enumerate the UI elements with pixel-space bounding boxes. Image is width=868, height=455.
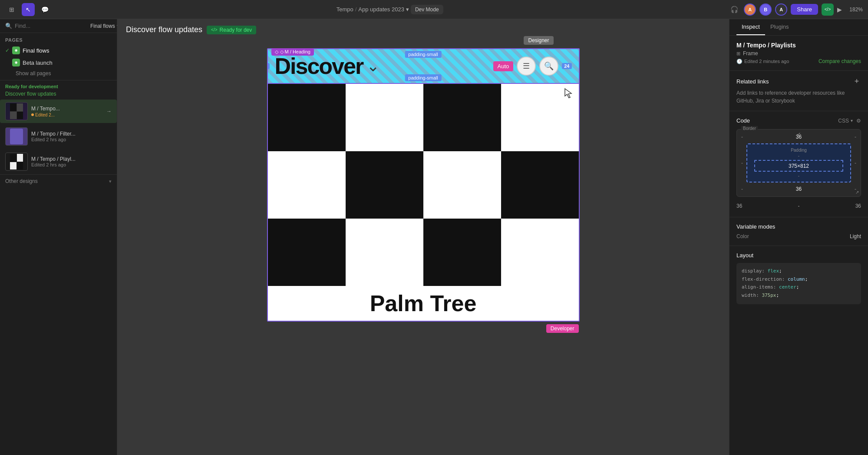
- frame-meta-1: Edited 2...: [31, 113, 103, 117]
- page-label-beta-launch: Beta launch: [23, 60, 112, 66]
- css-selector[interactable]: CSS ▾: [838, 118, 853, 124]
- code-icon-button[interactable]: </>: [822, 3, 834, 16]
- sidebar: 🔍 Final flows ▾ Pages ✓ ◉ Final flows ✓ …: [0, 19, 117, 455]
- discover-section-label: Discover flow updates: [5, 90, 112, 98]
- cb-cell-4: [501, 84, 579, 151]
- page-item-beta-launch[interactable]: ✓ ◉ Beta launch: [0, 56, 117, 69]
- ready-for-dev-badge: </> Ready for dev: [207, 26, 256, 34]
- share-button[interactable]: Share: [791, 4, 818, 15]
- code-prop-4: width: [742, 292, 756, 298]
- border-bottom-val-left: 36: [736, 203, 742, 209]
- border-bottom-row: 36 - 36: [736, 201, 861, 211]
- flow-selector-label: Final flows: [90, 23, 115, 29]
- padding-val-right: -: [855, 160, 856, 166]
- heading-diamond-icon: ◇: [275, 49, 278, 55]
- avatar-user2[interactable]: B: [759, 3, 772, 16]
- other-designs-section[interactable]: Other designs ▾: [0, 174, 117, 188]
- checkerboard: [268, 84, 579, 286]
- other-designs-label: Other designs: [5, 178, 38, 184]
- designer-label: Designer: [524, 36, 553, 45]
- cb-cell-6: [346, 151, 423, 219]
- add-related-link-button[interactable]: +: [852, 77, 861, 86]
- edited-badge-1: Edited 2...: [31, 113, 55, 117]
- code-header-right: CSS ▾ ⚙: [838, 118, 861, 124]
- code-prop-2: flex-direction: [742, 276, 782, 282]
- layout-code-block: display: flex; flex-direction: column; a…: [736, 263, 861, 304]
- border-val-dash-3: -: [741, 186, 743, 192]
- border-val-dash-1: -: [741, 134, 743, 140]
- menu-control[interactable]: ☰: [517, 56, 536, 76]
- search-control[interactable]: 🔍: [539, 56, 558, 76]
- other-designs-chevron: ▾: [109, 179, 112, 184]
- main-layout: 🔍 Final flows ▾ Pages ✓ ◉ Final flows ✓ …: [0, 19, 868, 455]
- zoom-level: 182%: [845, 7, 863, 13]
- pages-section: Pages: [0, 33, 117, 44]
- frame-item-1[interactable]: M / Tempo... Edited 2... →: [0, 100, 117, 123]
- avatar-user1[interactable]: A: [744, 3, 756, 16]
- code-title: Code: [736, 117, 750, 124]
- padding-inner-label: Padding: [754, 148, 843, 153]
- frame-edited-2: Edited 2 hrs ago: [31, 137, 112, 142]
- ready-badge-label: Ready for dev: [220, 27, 252, 33]
- grid-tool-btn[interactable]: ⊞: [5, 3, 18, 16]
- workspace-name: Tempo: [337, 6, 353, 13]
- canvas-header: Discover flow updates </> Ready for dev: [117, 19, 729, 39]
- tab-plugins[interactable]: Plugins: [765, 19, 794, 35]
- code-prop-3: align-items: [742, 284, 773, 290]
- avatar-user3[interactable]: A: [775, 3, 787, 16]
- page-item-final-flows[interactable]: ✓ ◉ Final flows: [0, 44, 117, 56]
- cb-cell-9: [268, 219, 346, 286]
- related-links-section: Related links + Add links to reference d…: [729, 71, 868, 111]
- layout-title: Layout: [736, 252, 861, 259]
- var-color-key: Color: [736, 233, 749, 239]
- frame-label: Frame: [743, 50, 758, 56]
- show-all-pages[interactable]: Show all pages: [0, 69, 117, 78]
- panel-edit-row: 🕐 Edited 2 minutes ago Compare changes: [736, 58, 861, 64]
- compare-changes-link[interactable]: Compare changes: [818, 58, 861, 64]
- frame-thumb-2: [5, 127, 28, 146]
- panel-breadcrumb: M / Tempo / Playlists: [736, 42, 861, 49]
- comment-tool-btn[interactable]: 💬: [38, 3, 51, 16]
- main-frame[interactable]: padding-small 24 ▶ Discover ⌄ Auto ☰: [267, 48, 580, 322]
- padding-inner-box: Padding - 375×812 -: [746, 143, 851, 183]
- frame-item-2[interactable]: M / Tempo / Filter... Edited 2 hrs ago: [0, 125, 117, 148]
- cursor-tool-btn[interactable]: ↖: [22, 3, 35, 16]
- sidebar-search-bar: 🔍 Final flows ▾: [0, 19, 117, 33]
- border-val-dash-2: -: [855, 134, 856, 140]
- tab-inspect[interactable]: Inspect: [736, 19, 765, 35]
- frame-arrow-1: →: [106, 108, 112, 114]
- code-prop-1: display: [742, 268, 762, 274]
- topbar: ⊞ ↖ 💬 Tempo / App updates 2023 ▾ Dev Mod…: [0, 0, 868, 19]
- ready-code-sym: </>: [211, 27, 217, 32]
- padding-bottom-label: padding-small: [405, 74, 441, 81]
- play-button[interactable]: ▶: [837, 6, 842, 13]
- related-links-header: Related links +: [736, 77, 861, 86]
- page-check-icon: ✓: [5, 47, 10, 53]
- variable-color-row: Color Light: [736, 233, 861, 239]
- code-val-1: flex: [768, 268, 779, 274]
- history-icon: 🕐: [736, 59, 743, 64]
- flow-selector[interactable]: Final flows ▾: [90, 23, 119, 29]
- border-label: Border: [741, 126, 758, 131]
- frame-item-3[interactable]: M / Tempo / Playl... Edited 2 hrs ago: [0, 150, 117, 173]
- dimension-inner: 375×812: [754, 160, 843, 172]
- project-name: App updates 2023: [358, 6, 404, 13]
- edited-dot-1: [31, 113, 34, 116]
- frame-thumb-3: [5, 153, 28, 171]
- code-header: Code CSS ▾ ⚙: [736, 117, 861, 124]
- settings-icon[interactable]: ⚙: [856, 118, 861, 124]
- code-section: Code CSS ▾ ⚙ Border ↙ - 36 -: [729, 111, 868, 217]
- breadcrumb-chevron: ▾: [406, 6, 409, 13]
- dev-mode-button[interactable]: Dev Mode: [411, 5, 443, 14]
- cb-cell-7: [423, 151, 501, 219]
- frame-header-area: padding-small 24 ▶ Discover ⌄ Auto ☰: [268, 49, 579, 84]
- headphones-icon[interactable]: 🎧: [728, 3, 740, 16]
- code-val-2: column: [788, 276, 805, 282]
- padding-val-left: -: [741, 160, 743, 166]
- frame-icon: ⊞: [736, 51, 740, 56]
- related-links-title: Related links: [736, 78, 769, 85]
- topbar-center: Tempo / App updates 2023 ▾ Dev Mode: [55, 5, 725, 14]
- search-input[interactable]: [15, 23, 88, 29]
- code-line-4: width: 375px;: [742, 292, 856, 300]
- canvas-area: Discover flow updates </> Ready for dev …: [117, 19, 729, 455]
